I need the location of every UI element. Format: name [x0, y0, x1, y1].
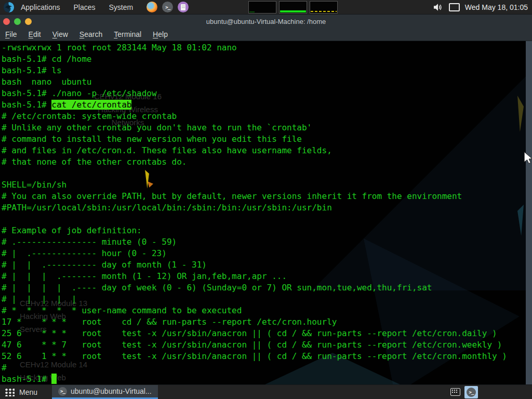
taskbar-menu-label: Menu [19, 388, 37, 396]
menu-file[interactable]: File [5, 30, 17, 38]
terminal-line: bash-5.1# cd /home [2, 54, 525, 65]
panel-monitors [248, 1, 340, 14]
terminal-screen[interactable]: CEHv12 Module 16Hacking WirelessNetworks… [0, 41, 532, 384]
tray-terminal-button[interactable]: >_ [464, 386, 478, 398]
terminal-line: bash-5.1# ./nano -p /etc/shadow [2, 88, 525, 99]
terminal-line: # Unlike any other crontab you don't hav… [2, 122, 525, 134]
terminal-glyph: >_ [469, 390, 474, 395]
menu-places[interactable]: Places [74, 3, 96, 11]
document-icon [181, 4, 185, 10]
window-controls [0, 18, 36, 25]
menu-applications[interactable]: Applications [21, 3, 60, 11]
menu-edit[interactable]: Edit [29, 30, 41, 38]
system-monitor-cpu[interactable] [248, 1, 276, 14]
terminal-line [2, 168, 525, 179]
menu-terminal[interactable]: Terminal [114, 30, 141, 38]
menu-grid-icon [4, 388, 15, 396]
panel-clock[interactable]: Wed May 18, 01:05 [465, 3, 528, 11]
terminal-line: SHELL=/bin/sh [2, 179, 525, 191]
terminal-line: # | | | | .---- day of week (0 - 6) (Sun… [2, 282, 525, 294]
menu-help[interactable]: Help [153, 30, 168, 38]
menu-search[interactable]: Search [79, 30, 102, 38]
terminal-line: bash-5.1# [2, 374, 525, 384]
terminal-line: # | | | .------- month (1 - 12) OR jan,f… [2, 271, 525, 282]
terminal-line: bash-5.1# cat /etc/crontab [2, 99, 525, 111]
volume-icon[interactable] [433, 3, 443, 11]
terminal-tray-icon: >_ [467, 388, 476, 397]
terminal-line: 47 6 * * 7 root test -x /usr/sbin/anacro… [2, 339, 525, 351]
taskbar-menu-button[interactable]: Menu [0, 385, 43, 399]
terminal-line: bash nano ubuntu [2, 76, 525, 88]
terminal-line: # * * * * * user-name command to be exec… [2, 305, 525, 316]
terminal-line: 17 * * * * root cd / && run-parts --repo… [2, 316, 525, 328]
terminal-output: -rwsrwxrwx 1 root root 283144 May 18 01:… [2, 42, 525, 384]
terminal-line: # You can also override PATH, but by def… [2, 191, 525, 202]
terminal-scrollbar[interactable] [526, 41, 532, 384]
terminal-line: #PATH=/usr/local/sbin:/usr/local/bin:/sb… [2, 202, 525, 214]
menu-system[interactable]: System [109, 3, 134, 11]
terminal-line: # command to install the new version whe… [2, 134, 525, 145]
system-tray: >_ [450, 386, 478, 398]
minimize-button[interactable] [25, 18, 32, 25]
terminal-line: # Example of job definition: [2, 225, 525, 236]
text-editor-launcher-icon[interactable] [178, 2, 189, 12]
distro-logo-bird-icon[interactable] [3, 2, 15, 13]
terminal-window: ubuntu@ubuntu-Virtual-Machine: /home Fil… [0, 15, 532, 384]
window-titlebar[interactable]: ubuntu@ubuntu-Virtual-Machine: /home [0, 15, 532, 28]
panel-status-area: Wed May 18, 01:05 [433, 3, 532, 11]
terminal-cursor [51, 374, 57, 384]
system-monitor-network[interactable] [310, 1, 338, 14]
terminal-line: # /etc/crontab: system-wide crontab [2, 111, 525, 122]
terminal-line: 52 6 1 * * root test -x /usr/sbin/anacro… [2, 351, 525, 362]
taskbar-task-terminal[interactable]: >_ ubuntu@ubuntu-Virtual... [52, 385, 158, 399]
terminal-glyph: >_ [60, 389, 65, 394]
highlighted-command: cat /etc/crontab [51, 100, 131, 110]
keyboard-indicator-icon[interactable] [450, 388, 460, 396]
terminal-task-icon: >_ [58, 387, 67, 396]
terminal-line: # that none of the other crontabs do. [2, 156, 525, 168]
menu-view[interactable]: View [52, 30, 68, 38]
terminal-line: # [2, 362, 525, 374]
terminal-menubar: FileEditViewSearchTerminalHelp [0, 28, 532, 41]
terminal-line: -rwsrwxrwx 1 root root 283144 May 18 01:… [2, 42, 525, 54]
terminal-line: # .---------------- minute (0 - 59) [2, 236, 525, 248]
terminal-line: # | | | | | [2, 294, 525, 305]
maximize-button[interactable] [14, 18, 21, 25]
window-title: ubuntu@ubuntu-Virtual-Machine: /home [0, 18, 532, 25]
terminal-line [2, 214, 525, 225]
close-button[interactable] [3, 18, 10, 25]
system-monitor-memory[interactable] [279, 1, 307, 14]
terminal-line: # | .------------- hour (0 - 23) [2, 248, 525, 259]
taskbar: Menu >_ ubuntu@ubuntu-Virtual... >_ [0, 384, 532, 399]
terminal-glyph: >_ [165, 5, 170, 10]
desktop: { "top_panel": { "menus": ["Applications… [0, 0, 532, 399]
terminal-line: # and files in /etc/cron.d. These files … [2, 145, 525, 156]
firefox-launcher-icon[interactable] [147, 2, 157, 12]
terminal-line: bash-5.1# ls [2, 65, 525, 76]
display-settings-icon[interactable] [449, 3, 460, 11]
taskbar-task-label: ubuntu@ubuntu-Virtual... [71, 387, 152, 395]
terminal-line: # | | .---------- day of month (1 - 31) [2, 259, 525, 271]
terminal-launcher-icon[interactable]: >_ [162, 2, 173, 12]
top-panel: Applications Places System >_ Wed May 18… [0, 0, 532, 15]
terminal-line: 25 6 * * * root test -x /usr/sbin/anacro… [2, 328, 525, 339]
